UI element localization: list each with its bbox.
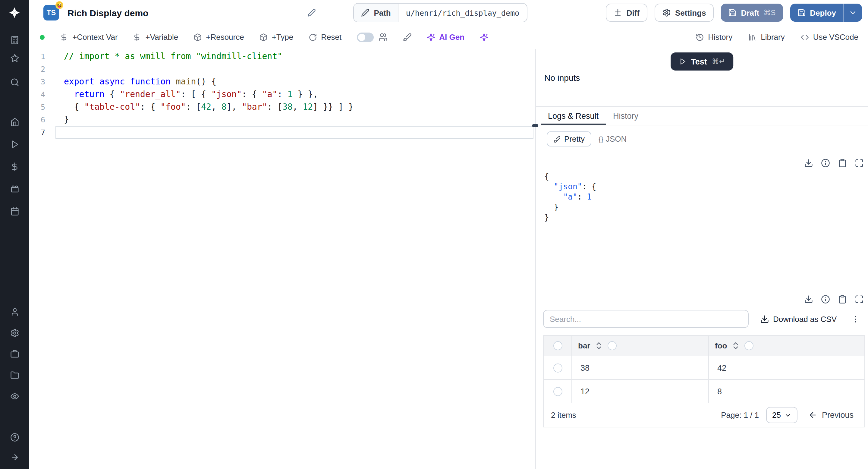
download-result-button[interactable] <box>803 157 814 169</box>
deploy-button[interactable]: Deploy <box>790 4 844 22</box>
code-line[interactable]: } <box>56 113 535 126</box>
tab-history[interactable]: History <box>606 107 646 125</box>
ai-fix-button[interactable] <box>479 33 488 41</box>
edit-summary-button[interactable] <box>304 8 319 18</box>
sidebar-item-home[interactable] <box>4 115 25 129</box>
code-line[interactable] <box>56 126 533 139</box>
column-checkbox[interactable] <box>744 341 753 350</box>
sort-icon[interactable] <box>731 341 740 350</box>
download-csv-button[interactable]: Download as CSV <box>756 314 840 324</box>
chevron-down-icon <box>849 8 857 17</box>
tab-logs-result[interactable]: Logs & Result <box>541 107 606 125</box>
windmill-logo[interactable] <box>0 0 29 25</box>
result-table: barfoo 3842128 2 items Page: 1 / 1 25 <box>543 335 865 428</box>
row-checkbox[interactable] <box>553 363 562 372</box>
use-vscode-button[interactable]: Use VSCode <box>801 33 858 41</box>
table-result-actions <box>543 293 865 305</box>
sidebar-expand-button[interactable] <box>4 450 25 464</box>
column-header[interactable]: bar <box>571 336 708 356</box>
code-line[interactable]: export async function main() { <box>56 75 535 88</box>
no-inputs-label: No inputs <box>544 73 580 83</box>
sidebar-item-search[interactable] <box>4 75 25 89</box>
page-size-select[interactable]: 25 <box>766 407 798 423</box>
download-result-button[interactable] <box>803 293 814 305</box>
reset-button[interactable]: Reset <box>308 33 341 41</box>
column-header[interactable]: foo <box>708 336 864 356</box>
sidebar-item-resources[interactable] <box>4 182 25 196</box>
code-line[interactable]: { "table-col": { "foo": [42, 8], "bar": … <box>56 101 535 113</box>
pane-resize-handle[interactable] <box>532 124 538 127</box>
sidebar-item-workers[interactable] <box>4 347 25 361</box>
library-button[interactable]: Library <box>748 33 785 41</box>
result-json: { "json": { "a": 1 }} <box>544 171 865 222</box>
sort-icon[interactable] <box>594 341 603 350</box>
arrow-left-icon <box>809 410 818 419</box>
sidebar-item-variables[interactable] <box>4 159 25 174</box>
select-all-checkbox[interactable] <box>544 336 571 356</box>
table-row[interactable]: 3842 <box>544 356 864 380</box>
gear-icon <box>10 328 19 337</box>
line-number: 3 <box>29 75 56 88</box>
format-toggle-group: Pretty {} JSON <box>547 131 865 147</box>
add-context-var-button[interactable]: +Context Var <box>60 33 118 41</box>
top-bar: TS 😜 Rich Display demo Path u/henri/rich… <box>29 0 868 25</box>
sidebar-item-schedules[interactable] <box>4 204 25 218</box>
sidebar-item-folders[interactable] <box>4 368 25 382</box>
search-icon <box>10 77 19 87</box>
sidebar-item-runs-play[interactable] <box>4 137 25 151</box>
history-icon <box>695 33 704 41</box>
ai-gen-button[interactable]: AI Gen <box>427 33 464 41</box>
table-footer: 2 items Page: 1 / 1 25 Previous <box>544 403 864 427</box>
dollar-icon <box>10 162 19 171</box>
user-icon <box>10 307 19 316</box>
run-panel: Test ⌘↵ No inputs Logs & Result History … <box>536 49 868 469</box>
vscode-icon <box>801 33 809 41</box>
previous-page-button[interactable]: Previous <box>805 410 857 420</box>
add-variable-button[interactable]: +Variable <box>133 33 179 41</box>
code-editor[interactable]: 1234567 // import * as wmill from "windm… <box>29 49 535 469</box>
history-button[interactable]: History <box>695 33 733 41</box>
json-toggle[interactable]: {} JSON <box>592 131 632 147</box>
script-emoji-badge: 😜 <box>56 1 63 9</box>
sidebar-item-users[interactable] <box>4 305 25 319</box>
result-info-button[interactable] <box>820 157 831 169</box>
test-button[interactable]: Test ⌘↵ <box>670 53 734 70</box>
column-checkbox[interactable] <box>608 341 617 350</box>
sidebar-item-help[interactable] <box>4 430 25 444</box>
editor-code[interactable]: // import * as wmill from "windmill-clie… <box>56 50 535 469</box>
editor-gutter: 1234567 <box>29 50 56 469</box>
copy-result-button[interactable] <box>837 293 848 305</box>
test-shortcut: ⌘↵ <box>712 57 725 66</box>
diff-button[interactable]: Diff <box>606 4 647 22</box>
test-section: Test ⌘↵ No inputs <box>536 49 868 107</box>
multiplayer-toggle[interactable] <box>356 32 373 42</box>
add-type-button[interactable]: +Type <box>259 33 293 41</box>
result-body: Pretty {} JSON { "json": { "a": <box>536 125 868 469</box>
row-checkbox[interactable] <box>553 387 562 396</box>
line-number: 1 <box>29 50 56 63</box>
code-line[interactable]: return { "render_all": [ { "json": { "a"… <box>56 88 535 101</box>
table-search-input[interactable] <box>543 310 749 328</box>
code-line[interactable]: // import * as wmill from "windmill-clie… <box>56 50 535 63</box>
sidebar-item-runs[interactable] <box>4 33 25 47</box>
draft-button[interactable]: Draft ⌘S <box>721 4 783 22</box>
settings-button[interactable]: Settings <box>655 4 714 22</box>
sidebar-item-settings[interactable] <box>4 325 25 340</box>
code-line[interactable] <box>56 63 535 75</box>
format-code-button[interactable] <box>402 33 411 41</box>
add-resource-button[interactable]: +Resource <box>193 33 244 41</box>
sidebar-item-favorites[interactable] <box>4 51 25 65</box>
expand-result-button[interactable] <box>854 157 865 169</box>
table-row[interactable]: 128 <box>544 380 864 403</box>
pretty-toggle[interactable]: Pretty <box>547 131 591 147</box>
table-cell: 42 <box>708 356 864 379</box>
result-info-button[interactable] <box>820 293 831 305</box>
column-label: bar <box>578 341 590 350</box>
deploy-dropdown-button[interactable] <box>844 4 862 22</box>
copy-result-button[interactable] <box>837 157 848 169</box>
edit-path-button[interactable]: Path <box>354 4 398 22</box>
dollar-icon <box>133 33 141 41</box>
table-menu-button[interactable] <box>847 314 864 324</box>
sidebar-item-audit-logs[interactable] <box>4 389 25 403</box>
expand-result-button[interactable] <box>854 293 865 305</box>
